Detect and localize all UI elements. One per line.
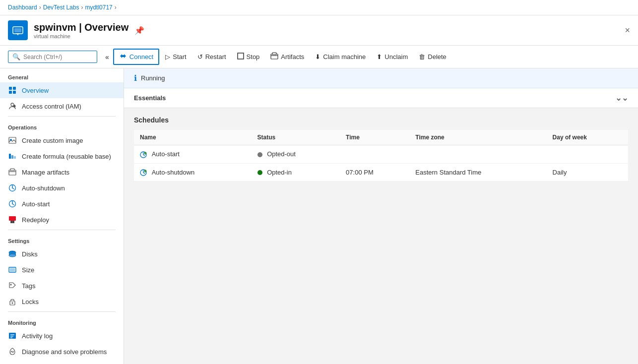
overview-label: Overview [22,87,49,94]
svg-point-33 [9,254,16,257]
sidebar-item-create-formula[interactable]: Create formula (reusable base) [0,148,124,164]
connect-label: Connect [129,53,153,61]
diagnose-label: Diagnose and solve problems [22,348,107,356]
sidebar-item-tags[interactable]: Tags [0,278,124,294]
sidebar-item-locks[interactable]: Locks [0,294,124,309]
essentials-bar[interactable]: Essentials ⌄⌄ [124,88,638,108]
running-status-text: Running [141,74,165,82]
svg-rect-14 [9,137,16,143]
schedules-table: Name Status Time Time zone Day of week [134,130,628,182]
sidebar-item-disks[interactable]: Disks [0,246,124,262]
svg-rect-1 [14,28,21,32]
restart-icon: ↺ [197,53,203,61]
col-header-name: Name [134,130,252,145]
redeploy-icon [8,215,17,224]
auto-shutdown-icon [8,183,17,192]
vm-icon [8,20,28,40]
size-label: Size [22,266,34,274]
row1-clock-icon [140,150,149,158]
section-label-monitoring: Monitoring [0,314,124,328]
claim-label: Claim machine [323,53,366,61]
size-icon [8,265,17,274]
sidebar-item-overview[interactable]: Overview [0,82,124,98]
pin-icon[interactable]: 📌 [134,26,144,35]
sidebar-item-access-control[interactable]: Access control (IAM) [0,98,124,114]
unclaim-button[interactable]: ⬆ Unclaim [372,51,413,63]
restart-button[interactable]: ↺ Restart [192,51,231,63]
breadcrumb-devtest[interactable]: DevTest Labs [43,4,79,11]
svg-rect-20 [10,169,14,171]
auto-start-label: Auto-start [22,200,50,208]
svg-rect-7 [9,87,12,90]
main-layout: General Overview Acce [0,68,638,364]
sidebar-item-auto-shutdown[interactable]: Auto-shutdown [0,180,124,196]
access-control-label: Access control (IAM) [22,103,81,110]
breadcrumb-dashboard[interactable]: Dashboard [8,4,37,11]
svg-rect-18 [14,156,16,159]
manage-artifacts-label: Manage artifacts [22,169,69,176]
claim-button[interactable]: ⬇ Claim machine [310,51,371,63]
row1-timezone [409,145,546,164]
redeploy-label: Redeploy [22,216,49,224]
divider-settings-monitoring [8,311,116,312]
artifacts-button[interactable]: Artifacts [265,50,309,64]
row2-status-dot [257,170,262,175]
col-header-timezone: Time zone [409,130,546,145]
connect-button[interactable]: Connect [113,49,159,65]
svg-rect-17 [11,155,13,159]
artifacts-label: Artifacts [281,53,304,61]
row2-status: Opted-in [252,163,340,182]
sidebar-item-diagnose[interactable]: Diagnose and solve problems [0,344,124,360]
search-box[interactable]: 🔍 [8,51,97,63]
svg-rect-8 [13,87,16,90]
svg-rect-28 [10,221,14,223]
sidebar-item-manage-artifacts[interactable]: Manage artifacts [0,164,124,180]
row2-name: Auto-shutdown [134,163,252,182]
start-icon: ▷ [165,53,170,61]
stop-button[interactable]: Stop [232,50,265,63]
delete-button[interactable]: 🗑 Delete [414,51,451,63]
sidebar-item-size[interactable]: Size [0,262,124,278]
sidebar-item-redeploy[interactable]: Redeploy [0,212,124,228]
running-banner: ℹ Running [124,68,638,88]
disks-label: Disks [22,250,38,258]
start-label: Start [173,53,186,61]
claim-icon: ⬇ [315,53,320,61]
search-input[interactable] [23,54,93,61]
create-custom-image-icon [8,136,17,145]
stop-label: Stop [247,53,260,61]
delete-icon: 🗑 [419,53,425,61]
auto-shutdown-label: Auto-shutdown [22,184,65,192]
row1-time [340,145,409,164]
sidebar-item-auto-start[interactable]: Auto-start [0,196,124,212]
svg-line-26 [12,204,14,205]
disks-icon [8,249,17,258]
divider-ops-settings [8,230,116,230]
col-header-time: Time [340,130,409,145]
section-label-general: General [0,68,124,82]
table-row: Auto-shutdown Opted-in 07:00 PM Eastern … [134,163,628,182]
activity-log-label: Activity log [22,332,53,340]
svg-rect-27 [9,216,16,221]
main-content: ℹ Running Essentials ⌄⌄ Schedules Name S… [124,68,638,364]
svg-line-23 [12,188,14,189]
sidebar-item-create-custom-image[interactable]: Create custom image [0,132,124,148]
diagnose-icon [8,347,17,356]
close-button[interactable]: × [625,25,630,36]
start-button[interactable]: ▷ Start [160,51,191,63]
svg-rect-4 [238,53,244,59]
activity-log-icon [8,331,17,340]
svg-rect-16 [9,154,11,159]
svg-line-49 [143,173,145,174]
tags-label: Tags [22,282,35,290]
delete-label: Delete [428,53,447,61]
sidebar-item-activity-log[interactable]: Activity log [0,328,124,344]
breadcrumb-lab[interactable]: mydtl0717 [85,4,112,11]
row2-timezone: Eastern Standard Time [409,163,546,182]
svg-rect-6 [272,53,276,55]
schedules-section: Schedules Name Status Time Time zone Day… [124,108,638,189]
locks-label: Locks [22,298,39,305]
tags-icon [8,281,17,290]
collapse-button[interactable]: « [102,51,112,63]
restart-label: Restart [205,53,226,61]
